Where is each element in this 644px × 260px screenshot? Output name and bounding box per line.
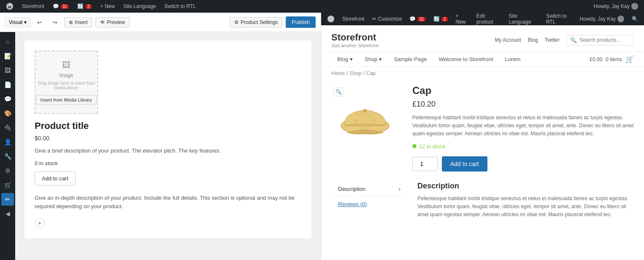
new-content-button[interactable]: + New [98,0,117,13]
updates-icon: 🔄 [77,3,84,9]
search-icon: 🔍 [632,16,638,22]
right-comments-button[interactable]: 💬 31 [407,13,428,25]
search-input[interactable] [579,37,630,43]
right-switch-rtl-label: Switch to RTL [546,13,575,25]
description-tab-chevron: › [399,186,400,192]
preview-button[interactable]: 👁 Preview [95,17,130,27]
cap-illustration [336,93,395,144]
redo-icon: ↪ [52,19,57,26]
customize-button[interactable]: ✏ Customize [370,13,405,25]
comments-button[interactable]: 💬 31 [50,0,71,13]
switch-rtl-button[interactable]: Switch to RTL [162,0,198,13]
product-title-input[interactable] [35,121,301,131]
nav-sample-page-label: Sample Page [394,56,427,62]
my-account-link[interactable]: My Account [495,37,521,43]
product-settings-button[interactable]: ⚙ Product Settings [230,17,282,27]
right-wp-logo-icon [327,15,335,23]
breadcrumb-home[interactable]: Home [331,70,345,76]
insert-media-button[interactable]: Insert from Media Library [36,95,97,105]
edit-product-button[interactable]: Edit product [474,13,503,25]
visual-mode-button[interactable]: Visual ▾ [5,17,30,27]
comments-count: 31 [61,4,69,9]
description-tab[interactable]: Description › [331,182,407,197]
add-to-cart-button[interactable]: Add to cart [35,172,76,185]
sidebar-item-posts[interactable]: 📝 [1,50,14,62]
sf-product-info: Cap £10.20 Pellentesque habitant morbi t… [412,85,634,172]
sf-desc-title: Description [417,182,634,190]
product-image-upload[interactable]: 🖼 Image Drag image here or insert from m… [35,51,98,114]
right-comments-icon: 💬 [409,16,416,22]
sidebar-item-appearance[interactable]: 🎨 [1,107,14,120]
sf-search-box[interactable]: 🔍 [566,35,634,46]
twitter-link[interactable]: Twitter [545,37,560,43]
sf-product-image-column: 🔍 [331,85,399,172]
customize-label: Customize [378,16,402,22]
breadcrumb-shop[interactable]: Shop [349,70,361,76]
howdy-label: Howdy, Jay Kay [594,3,630,9]
sidebar-item-tools[interactable]: 🔧 [1,150,14,163]
sf-site-name: Storefront [331,32,379,43]
new-content-label: + New [100,3,115,9]
redo-button[interactable]: ↪ [49,16,61,28]
right-wp-logo[interactable] [325,13,337,25]
blog-header-link[interactable]: Blog [528,37,538,43]
right-updates-button[interactable]: 🔄 2 [431,13,451,25]
preview-label: Preview [107,19,125,25]
search-admin-button[interactable]: 🔍 [629,13,641,25]
nav-lorem[interactable]: Lorem [499,52,527,67]
nav-blog[interactable]: Blog ▾ [331,52,359,67]
site-name-button[interactable]: Storefront [19,0,47,13]
product-layout: 🖼 Image Drag image here or insert from m… [35,51,301,185]
image-icon: 🖼 [62,60,70,70]
sidebar-item-wc[interactable]: 🛒 [1,179,14,191]
right-avatar [617,16,624,22]
nav-cart[interactable]: £0.00 0 items 🛒 [590,55,634,63]
sidebar-item-collapse[interactable]: ◀ [1,207,14,220]
insert-button[interactable]: ⊕ Insert [64,17,92,27]
cart-icon: 🛒 [625,55,634,63]
sf-nav: Blog ▾ Shop ▾ Sample Page Welcome to Sto… [321,52,644,67]
nav-sample-page[interactable]: Sample Page [388,52,433,67]
comments-icon: 💬 [53,3,59,9]
sf-add-to-cart-row: Add to cart [412,156,634,172]
svg-point-6 [373,120,375,121]
right-howdy-button[interactable]: Howdy, Jay Kay [577,13,627,25]
nav-welcome[interactable]: Welcome to Storefront [433,52,499,67]
sidebar-item-users[interactable]: 👤 [1,136,14,148]
updates-button[interactable]: 🔄 2 [75,0,95,13]
right-switch-rtl-button[interactable]: Switch to RTL [544,13,577,25]
insert-media-label: Insert from Media Library [41,97,92,102]
nav-shop[interactable]: Shop ▾ [359,52,388,67]
right-new-button[interactable]: + New [453,13,471,25]
right-site-name-label: Storefront [342,16,365,22]
zoom-button[interactable]: 🔍 [334,87,343,96]
sidebar-item-plugins[interactable]: 🔌 [1,121,14,134]
sidebar-item-settings[interactable]: ⚙ [1,164,14,177]
product-price: $0.00 [35,135,301,142]
breadcrumb-sep-2: / [363,70,364,76]
breadcrumb-current: Cap [366,70,376,76]
right-site-name[interactable]: Storefront [340,13,367,25]
right-site-language-button[interactable]: Site Language [506,13,541,25]
sf-add-to-cart-button[interactable]: Add to cart [442,156,487,172]
sidebar-item-home[interactable]: ⌂ [1,35,14,48]
sidebar-item-media[interactable]: 🖼 [1,64,14,77]
sidebar-item-editor[interactable]: ✏ [1,193,14,206]
undo-button[interactable]: ↩ [34,16,46,28]
add-block-button[interactable]: + [35,218,45,228]
quantity-input[interactable] [412,157,438,171]
sf-site-header: Storefront Just another Storefront My Ac… [321,25,644,52]
sf-description-content: Description Pellentesque habitant morbi … [417,182,634,219]
insert-label: Insert [75,19,87,25]
sidebar-item-pages[interactable]: 📄 [1,78,14,91]
wp-logo-button[interactable]: W [3,0,16,13]
howdy-button[interactable]: Howdy, Jay Kay [591,0,641,13]
gear-icon: ⚙ [234,19,239,25]
site-language-button[interactable]: Site Language [121,0,158,13]
wp-logo-icon: W [6,3,14,10]
publish-button[interactable]: Publish [286,16,316,28]
sidebar-item-comments[interactable]: 💬 [1,93,14,105]
admin-bar-right: Howdy, Jay Kay [591,0,641,13]
reviews-tab[interactable]: Reviews (0) [331,197,407,212]
left-panel: Visual ▾ ↩ ↪ ⊕ Insert 👁 Preview [0,13,321,260]
